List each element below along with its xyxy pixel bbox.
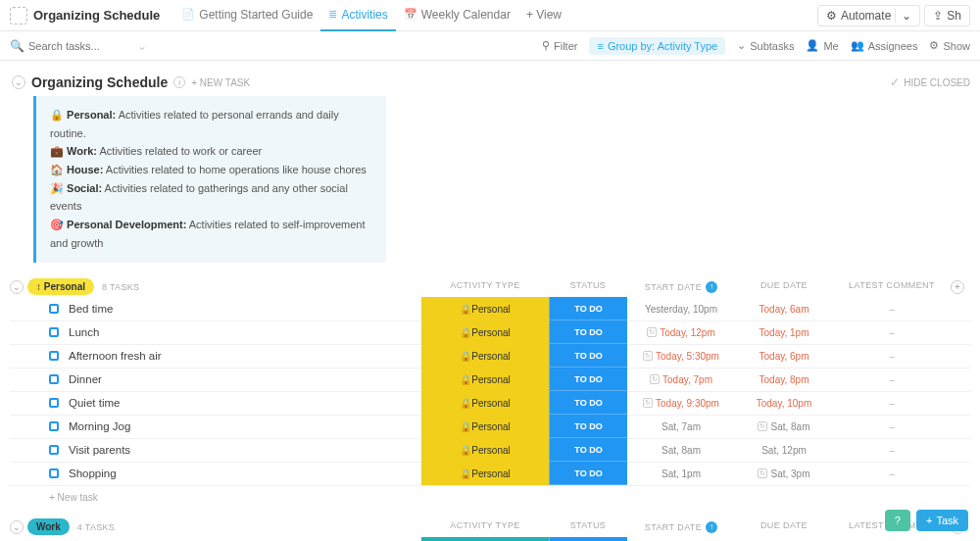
status-cell[interactable]: TO DO — [549, 297, 627, 320]
task-row[interactable]: Dinner🔒 PersonalTO DO↻Today, 7pmToday, 8… — [10, 369, 970, 392]
filter-icon: 👤 — [806, 39, 819, 52]
due-date[interactable]: Today, 10pm — [757, 398, 812, 409]
info-icon[interactable]: i — [173, 76, 185, 88]
tab-weekly-calendar[interactable]: 📅Weekly Calendar — [396, 0, 518, 31]
filter-show[interactable]: ⚙Show — [929, 37, 970, 55]
activity-type-cell[interactable]: 🔒 Personal — [421, 320, 549, 344]
activity-type-cell[interactable]: 💼 Work — [421, 537, 549, 541]
help-fab[interactable]: ? — [885, 510, 910, 531]
status-cell[interactable]: TO DO — [549, 462, 627, 485]
activity-icon: 🔒 — [460, 374, 471, 385]
col-start-date[interactable]: START DATE ↑ — [627, 280, 735, 294]
tab-activities[interactable]: ≣Activities — [320, 0, 395, 31]
latest-comment-cell: – — [833, 537, 951, 541]
share-button[interactable]: ⇪Sh — [924, 5, 970, 26]
group-badge[interactable]: ↕ Personal — [27, 278, 94, 295]
start-date[interactable]: Sat, 8am — [662, 445, 701, 456]
start-date[interactable]: Sat, 1pm — [662, 468, 701, 479]
start-date[interactable]: ↻Today, 12pm — [647, 327, 715, 338]
start-date[interactable]: ↻Today, 5:30pm — [643, 351, 719, 362]
desc-icon: 🔒 — [50, 109, 64, 121]
status-bullet[interactable] — [49, 445, 59, 455]
status-cell[interactable]: TO DO — [549, 368, 627, 391]
new-task-link[interactable]: + NEW TASK — [191, 77, 250, 88]
status-cell[interactable]: TO DO — [549, 391, 627, 415]
task-row[interactable]: Shopping🔒 PersonalTO DOSat, 1pm↻Sat, 3pm… — [10, 463, 970, 486]
activity-type-cell[interactable]: 🔒 Personal — [421, 438, 549, 462]
status-cell[interactable]: TO DO — [549, 344, 627, 368]
chevron-down-icon[interactable]: ⌄ — [137, 39, 147, 53]
activity-type-cell[interactable]: 🔒 Personal — [421, 415, 549, 438]
chevron-down-icon[interactable]: ⌄ — [895, 9, 911, 23]
add-view-button[interactable]: + View — [518, 0, 569, 31]
due-date[interactable]: ↻Sat, 3pm — [758, 468, 809, 479]
status-cell[interactable]: TO DO — [549, 415, 627, 438]
status-bullet[interactable] — [49, 398, 59, 408]
due-date[interactable]: Sat, 12pm — [761, 445, 807, 456]
add-column-button[interactable]: + — [951, 280, 964, 294]
due-date[interactable]: Today, 6am — [760, 304, 809, 315]
status-cell[interactable]: TO DO — [549, 320, 627, 344]
status-bullet[interactable] — [49, 351, 59, 361]
status-bullet[interactable] — [49, 468, 59, 478]
search-input[interactable] — [28, 40, 126, 52]
hide-closed-toggle[interactable]: HIDE CLOSED — [904, 77, 970, 88]
start-date[interactable]: ↻Today, 9:30pm — [643, 398, 719, 409]
activity-icon: 🔒 — [460, 421, 471, 432]
filter-filter[interactable]: ⚲Filter — [542, 37, 577, 55]
latest-comment-cell: – — [833, 438, 951, 462]
collapse-group-button[interactable]: ⌄ — [10, 520, 24, 534]
automate-button[interactable]: ⚙Automate⌄ — [817, 5, 920, 26]
activity-type-cell[interactable]: 🔒 Personal — [421, 297, 549, 320]
due-date[interactable]: ↻Sat, 8am — [758, 421, 809, 432]
due-date[interactable]: Today, 1pm — [760, 327, 809, 338]
task-name[interactable]: Shopping — [69, 467, 421, 479]
task-name[interactable]: Bed time — [69, 303, 421, 315]
task-name[interactable]: Quiet time — [69, 397, 421, 409]
new-task-row[interactable]: + New task — [10, 486, 970, 509]
task-row[interactable]: Bed time🔒 PersonalTO DOYesterday, 10pmTo… — [10, 298, 970, 321]
task-name[interactable]: Dinner — [69, 373, 421, 385]
collapse-list-button[interactable]: ⌄ — [12, 75, 25, 89]
task-name[interactable]: Lunch — [69, 326, 421, 338]
group-badge[interactable]: Work — [27, 518, 70, 535]
latest-comment-cell: – — [833, 297, 951, 320]
status-bullet[interactable] — [49, 374, 59, 384]
start-date[interactable]: Sat, 7am — [662, 421, 701, 432]
task-name[interactable]: Morning Jog — [69, 420, 421, 432]
col-start-date[interactable]: START DATE ↑ — [627, 520, 735, 534]
task-row[interactable]: Morning Jog🔒 PersonalTO DOSat, 7am↻Sat, … — [10, 416, 970, 439]
activity-icon: 🔒 — [460, 398, 471, 409]
status-bullet[interactable] — [49, 421, 59, 431]
activity-type-cell[interactable]: 🔒 Personal — [421, 462, 549, 485]
task-name[interactable]: Afternoon fresh air — [69, 350, 421, 362]
desc-icon: 🎉 — [50, 182, 64, 194]
filter-assignees[interactable]: 👥Assignees — [851, 37, 918, 55]
task-row[interactable]: Visit parents🔒 PersonalTO DOSat, 8amSat,… — [10, 439, 970, 463]
status-bullet[interactable] — [49, 327, 59, 337]
list-title: Organizing Schedule — [31, 74, 168, 90]
start-date[interactable]: Yesterday, 10pm — [645, 304, 717, 315]
task-row[interactable]: Lunch🔒 PersonalTO DO↻Today, 12pmToday, 1… — [10, 321, 970, 345]
due-date[interactable]: Today, 8pm — [760, 374, 809, 385]
activity-type-cell[interactable]: 🔒 Personal — [421, 344, 549, 368]
collapse-group-button[interactable]: ⌄ — [10, 280, 24, 294]
latest-comment-cell: – — [833, 462, 951, 485]
recur-icon: ↻ — [650, 374, 660, 384]
filter-subtasks[interactable]: ⌄Subtasks — [737, 37, 794, 55]
filter-group-by[interactable]: ≡Group by: Activity Type — [589, 37, 725, 55]
task-row[interactable]: Quiet time🔒 PersonalTO DO↻Today, 9:30pmT… — [10, 392, 970, 416]
activity-type-cell[interactable]: 🔒 Personal — [421, 368, 549, 391]
due-date[interactable]: Today, 6pm — [760, 351, 809, 362]
status-cell[interactable]: TO DO — [549, 537, 627, 541]
start-date[interactable]: ↻Today, 7pm — [650, 374, 712, 385]
status-bullet[interactable] — [49, 304, 59, 314]
filter-me[interactable]: 👤Me — [806, 37, 838, 55]
task-row[interactable]: Afternoon fresh air🔒 PersonalTO DO↻Today… — [10, 345, 970, 369]
task-name[interactable]: Visit parents — [69, 444, 421, 456]
task-row[interactable]: Commute💼 WorkTO DO↻Today, 7:30am↻Today, … — [10, 538, 970, 542]
new-task-fab[interactable]: +Task — [916, 510, 968, 531]
activity-type-cell[interactable]: 🔒 Personal — [421, 391, 549, 415]
tab-getting-started-guide[interactable]: 📄Getting Started Guide — [173, 0, 320, 31]
status-cell[interactable]: TO DO — [549, 438, 627, 462]
